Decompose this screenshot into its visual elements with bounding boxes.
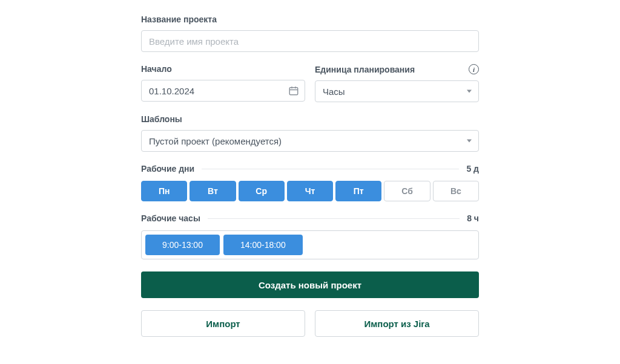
project-name-field: Название проекта — [141, 15, 479, 52]
project-name-label: Название проекта — [141, 15, 479, 24]
workhours-section: Рабочие часы 8 ч 9:00-13:0014:00-18:00 — [141, 213, 479, 259]
planning-unit-field: Единица планирования i Часы — [315, 64, 479, 102]
planning-unit-value: Часы — [323, 86, 345, 97]
hour-range-0[interactable]: 9:00-13:00 — [145, 235, 220, 255]
planning-unit-select[interactable]: Часы — [315, 80, 479, 102]
start-date-field: Начало — [141, 64, 305, 102]
templates-label: Шаблоны — [141, 114, 479, 124]
svg-rect-0 — [289, 88, 298, 95]
workdays-count: 5 д — [466, 164, 479, 174]
calendar-icon[interactable] — [288, 85, 299, 96]
workdays-title: Рабочие дни — [141, 164, 194, 174]
divider — [202, 169, 459, 169]
day-toggle-0[interactable]: Пн — [141, 181, 187, 201]
workdays-grid: ПнВтСрЧтПтСбВс — [141, 181, 479, 201]
day-toggle-4[interactable]: Пт — [335, 181, 381, 201]
templates-field: Шаблоны Пустой проект (рекомендуется) — [141, 114, 479, 152]
create-project-button[interactable]: Создать новый проект — [141, 271, 479, 298]
day-toggle-3[interactable]: Чт — [287, 181, 333, 201]
hour-range-1[interactable]: 14:00-18:00 — [223, 235, 303, 255]
start-date-input[interactable] — [141, 80, 305, 102]
templates-value: Пустой проект (рекомендуется) — [149, 136, 282, 146]
info-icon[interactable]: i — [469, 64, 479, 74]
planning-unit-label: Единица планирования — [315, 65, 415, 74]
workhours-container[interactable]: 9:00-13:0014:00-18:00 — [141, 230, 479, 259]
import-jira-button[interactable]: Импорт из Jira — [315, 310, 479, 337]
day-toggle-5[interactable]: Сб — [384, 181, 430, 201]
templates-select[interactable]: Пустой проект (рекомендуется) — [141, 130, 479, 152]
day-toggle-2[interactable]: Ср — [239, 181, 285, 201]
day-toggle-6[interactable]: Вс — [433, 181, 479, 201]
workdays-section: Рабочие дни 5 д ПнВтСрЧтПтСбВс — [141, 164, 479, 201]
project-name-input[interactable] — [141, 30, 479, 52]
import-button[interactable]: Импорт — [141, 310, 305, 337]
chevron-down-icon — [467, 140, 472, 143]
divider — [208, 218, 460, 219]
day-toggle-1[interactable]: Вт — [190, 181, 236, 201]
workhours-title: Рабочие часы — [141, 213, 200, 223]
chevron-down-icon — [467, 90, 472, 93]
workhours-count: 8 ч — [467, 213, 479, 223]
start-date-label: Начало — [141, 64, 305, 74]
